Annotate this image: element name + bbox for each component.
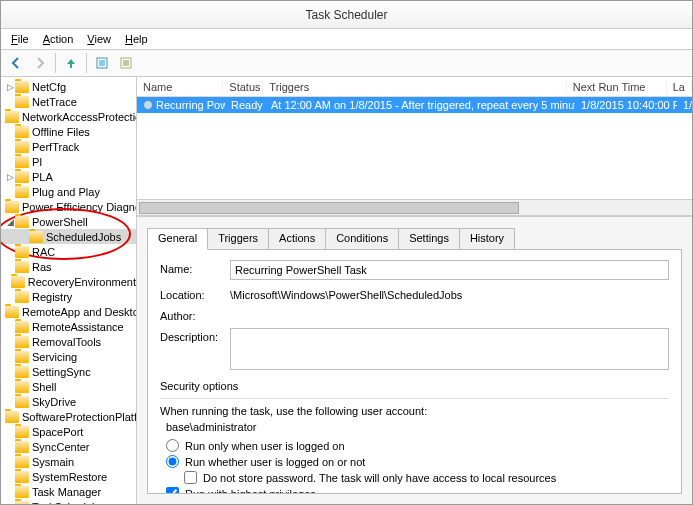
menu-action[interactable]: Action [37,31,80,47]
tree-item-softwareprotectionplatform[interactable]: SoftwareProtectionPlatform [1,409,136,424]
tree-item-remoteassistance[interactable]: RemoteAssistance [1,319,136,334]
tree-item-sysmain[interactable]: Sysmain [1,454,136,469]
tree-label: NetTrace [32,96,77,108]
cell-name: Recurring Power... [156,99,225,111]
tree-label: SystemRestore [32,471,107,483]
tree-item-pi[interactable]: PI [1,154,136,169]
forward-button[interactable] [29,52,51,74]
up-button[interactable] [60,52,82,74]
tree-twisty[interactable]: ▷ [5,172,15,182]
tree-label: Shell [32,381,56,393]
tree-item-removaltools[interactable]: RemovalTools [1,334,136,349]
col-name[interactable]: Name [137,81,223,93]
tree-item-pla[interactable]: ▷PLA [1,169,136,184]
tree-item-servicing[interactable]: Servicing [1,349,136,364]
description-field[interactable] [230,328,669,370]
task-grid: Name Status Triggers Next Run Time La Re… [137,77,692,217]
cell-triggers: At 12:00 AM on 1/8/2015 - After triggere… [265,99,575,111]
tree-item-shell[interactable]: Shell [1,379,136,394]
tree-twisty[interactable]: ◢ [5,217,15,227]
tab-history[interactable]: History [459,228,515,250]
check-highest-priv[interactable] [166,487,179,494]
security-text: When running the task, use the following… [160,405,669,417]
col-status[interactable]: Status [223,81,263,93]
tree-label: Ras [32,261,52,273]
tab-triggers[interactable]: Triggers [207,228,269,250]
menu-help[interactable]: Help [119,31,154,47]
folder-icon [15,351,29,363]
task-row[interactable]: Recurring Power... Ready At 12:00 AM on … [137,97,692,113]
tree-label: Plug and Play [32,186,100,198]
label-description: Description: [160,328,230,343]
tree-item-nettrace[interactable]: NetTrace [1,94,136,109]
tree-twisty[interactable]: ▷ [5,82,15,92]
refresh-button[interactable] [91,52,113,74]
folder-icon [15,366,29,378]
folder-icon [11,276,25,288]
menu-file[interactable]: File [5,31,35,47]
col-triggers[interactable]: Triggers [263,81,566,93]
horizontal-scrollbar[interactable] [137,199,692,215]
tree-label: TaskScheduler [32,501,104,505]
tree-label: Registry [32,291,72,303]
label-location: Location: [160,286,230,301]
tree-item-taskscheduler[interactable]: TaskScheduler [1,499,136,504]
tab-conditions[interactable]: Conditions [325,228,399,250]
tree-item-registry[interactable]: Registry [1,289,136,304]
tree-item-synccenter[interactable]: SyncCenter [1,439,136,454]
tree-item-systemrestore[interactable]: SystemRestore [1,469,136,484]
tree-label: Power Efficiency Diagnostics [22,201,137,213]
tree-label: ScheduledJobs [46,231,121,243]
tree-item-settingsync[interactable]: SettingSync [1,364,136,379]
tree-label: Offline Files [32,126,90,138]
tree-view[interactable]: ▷NetCfgNetTraceNetworkAccessProtectionOf… [1,77,137,504]
tree-label: SoftwareProtectionPlatform [22,411,137,423]
tree-item-perftrack[interactable]: PerfTrack [1,139,136,154]
tree-item-skydrive[interactable]: SkyDrive [1,394,136,409]
scrollbar-thumb[interactable] [139,202,519,214]
tree-item-ras[interactable]: Ras [1,259,136,274]
menu-view[interactable]: View [81,31,117,47]
tree-item-task-manager[interactable]: Task Manager [1,484,136,499]
folder-icon [15,156,29,168]
tree-item-scheduledjobs[interactable]: ScheduledJobs [1,229,136,244]
tree-item-spaceport[interactable]: SpacePort [1,424,136,439]
folder-icon [15,126,29,138]
menu-bar: File Action View Help [1,29,692,49]
folder-icon [15,246,29,258]
tree-item-netcfg[interactable]: ▷NetCfg [1,79,136,94]
grid-header[interactable]: Name Status Triggers Next Run Time La [137,77,692,97]
tree-item-plug-and-play[interactable]: Plug and Play [1,184,136,199]
tree-item-remoteapp-and-desktop-connections[interactable]: RemoteApp and Desktop Connections [1,304,136,319]
col-nextrun[interactable]: Next Run Time [567,81,667,93]
tree-item-powershell[interactable]: ◢PowerShell [1,214,136,229]
tree-item-recoveryenvironment[interactable]: RecoveryEnvironment [1,274,136,289]
tree-label: NetworkAccessProtection [22,111,137,123]
tree-label: PI [32,156,42,168]
check-no-password[interactable] [184,471,197,484]
folder-icon [5,411,19,423]
tree-label: PowerShell [32,216,88,228]
tree-item-networkaccessprotection[interactable]: NetworkAccessProtection [1,109,136,124]
tab-general[interactable]: General [147,228,208,250]
cell-status: Ready [225,99,265,111]
tree-item-power-efficiency-diagnostics[interactable]: Power Efficiency Diagnostics [1,199,136,214]
tab-settings[interactable]: Settings [398,228,460,250]
name-field[interactable] [230,260,669,280]
radio-logged-on[interactable] [166,439,179,452]
tab-actions[interactable]: Actions [268,228,326,250]
folder-icon [15,81,29,93]
tree-item-rac[interactable]: RAC [1,244,136,259]
tree-label: SkyDrive [32,396,76,408]
tree-label: Sysmain [32,456,74,468]
folder-icon [15,186,29,198]
folder-icon [15,471,29,483]
col-lastrun[interactable]: La [667,81,692,93]
tree-label: NetCfg [32,81,66,93]
radio-logged-on-or-not[interactable] [166,455,179,468]
tree-label: SpacePort [32,426,83,438]
tree-item-offline-files[interactable]: Offline Files [1,124,136,139]
properties-button[interactable] [115,52,137,74]
back-button[interactable] [5,52,27,74]
folder-icon [15,501,29,505]
